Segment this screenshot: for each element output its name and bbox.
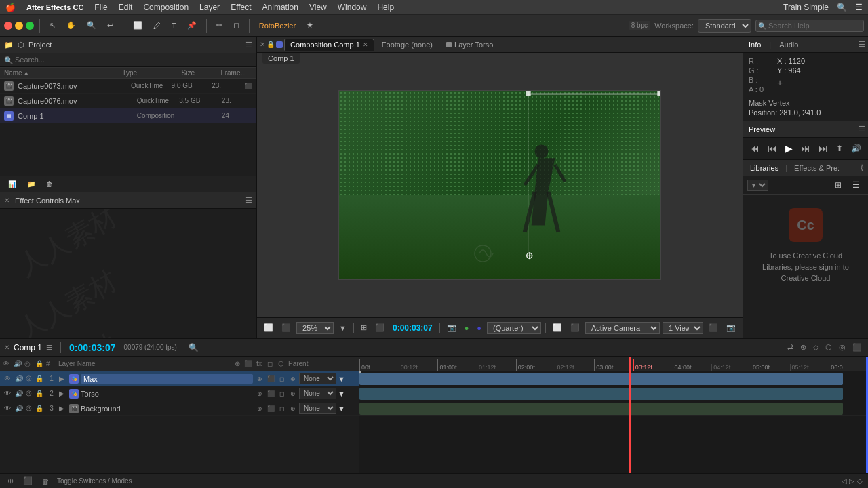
preview-audio[interactable]: 🔊 bbox=[848, 142, 864, 155]
menu-help[interactable]: Help bbox=[377, 3, 394, 12]
workspace-select[interactable]: Standard bbox=[698, 19, 751, 33]
tab-info[interactable]: Info bbox=[746, 39, 764, 50]
camera-icon[interactable]: 📷 bbox=[444, 322, 459, 333]
layer-expand-3[interactable]: ▶ bbox=[59, 405, 67, 412]
layer-switch-1b[interactable]: ⬛ bbox=[266, 374, 275, 384]
text-tool[interactable]: T bbox=[167, 20, 180, 31]
track-row-2[interactable] bbox=[359, 386, 868, 401]
puppet-tool[interactable]: 📌 bbox=[183, 20, 201, 31]
viewer-options-btn[interactable]: ⬛ bbox=[706, 322, 721, 333]
layer-expand-2[interactable]: ▶ bbox=[59, 390, 67, 397]
tl-render-btn[interactable]: ⬛ bbox=[850, 342, 864, 352]
menu-extras-icon[interactable]: ☰ bbox=[855, 3, 863, 12]
parent-select-2[interactable]: None bbox=[299, 388, 336, 399]
always-preview-btn[interactable]: ⬜ bbox=[261, 322, 276, 333]
tl-delete-btn[interactable]: 🗑 bbox=[40, 476, 52, 486]
layer-row[interactable]: 👁 🔊 ◎ 🔒 2 ▶ 🎭 Torso ⊕ ⬛ ◻ ⊕ bbox=[0, 386, 359, 401]
layer-vis-1[interactable]: 👁 bbox=[3, 374, 12, 384]
tl-new-layer-btn[interactable]: ⊕ bbox=[5, 476, 16, 486]
parent-select-3[interactable]: None bbox=[299, 403, 336, 414]
star-btn[interactable]: ★ bbox=[302, 20, 317, 31]
maximize-button[interactable] bbox=[26, 22, 34, 30]
effect-controls-close[interactable]: ✕ bbox=[4, 197, 9, 204]
playhead[interactable] bbox=[629, 357, 631, 473]
menu-effect[interactable]: Effect bbox=[231, 3, 251, 12]
preview-play[interactable]: ▶ bbox=[783, 142, 795, 155]
menu-view[interactable]: View bbox=[309, 3, 327, 12]
libraries-filter-select[interactable]: ▾ bbox=[747, 180, 768, 191]
roto-bezier-btn[interactable]: RotoBezier bbox=[255, 20, 300, 31]
grid-btn[interactable]: ⊞ bbox=[358, 322, 370, 333]
list-view-btn[interactable]: ☰ bbox=[848, 179, 864, 191]
layer-switch-3a[interactable]: ⊕ bbox=[255, 404, 264, 413]
expand-icon[interactable]: ⟫ bbox=[860, 163, 864, 172]
menu-file[interactable]: File bbox=[94, 3, 107, 12]
resolution-btn[interactable]: ⬛ bbox=[279, 322, 294, 333]
info-panel-menu[interactable]: ☰ bbox=[859, 40, 865, 49]
layer-audio-2[interactable]: 🔊 bbox=[14, 389, 24, 399]
tl-roto-btn[interactable]: ⊛ bbox=[798, 342, 808, 352]
tl-add-marker[interactable]: ◇ bbox=[811, 342, 821, 352]
search-icon[interactable]: 🔍 bbox=[837, 3, 847, 12]
layer-lock-1[interactable]: 🔒 bbox=[35, 374, 44, 384]
tab-composition-comp1[interactable]: Composition Comp 1 ✕ bbox=[284, 39, 374, 51]
layer-lock-2[interactable]: 🔒 bbox=[35, 389, 44, 399]
new-folder-btn[interactable]: 📁 bbox=[23, 179, 39, 189]
lock-icon[interactable]: 🔒 bbox=[267, 41, 275, 48]
list-item[interactable]: 🎬 Capture0073.mov QuickTime 9.0 GB 23. ⬛ bbox=[0, 79, 256, 94]
parent-arrow-3[interactable]: ▼ bbox=[338, 405, 345, 413]
layer-switch-3c[interactable]: ◻ bbox=[277, 404, 286, 413]
menu-window[interactable]: Window bbox=[338, 3, 367, 12]
layer-switch-1a[interactable]: ⊕ bbox=[255, 374, 264, 384]
track-row-1[interactable] bbox=[359, 371, 868, 386]
delete-btn[interactable]: 🗑 bbox=[42, 179, 57, 189]
toggle-label[interactable]: Toggle Switches / Modes bbox=[57, 477, 132, 485]
layer-switch-2b[interactable]: ⬛ bbox=[266, 389, 275, 399]
layer-solo-2[interactable]: ◎ bbox=[26, 389, 33, 399]
layer-switch-2c[interactable]: ◻ bbox=[277, 389, 286, 399]
layer-audio-1[interactable]: 🔊 bbox=[14, 374, 24, 384]
project-search-input[interactable] bbox=[0, 53, 256, 67]
toggle-mask-btn[interactable]: ⬛ bbox=[372, 322, 387, 333]
shape-tool[interactable]: 🖊 bbox=[149, 20, 165, 31]
layer-lock-3[interactable]: 🔒 bbox=[35, 404, 44, 413]
layer-vis-3[interactable]: 👁 bbox=[3, 404, 12, 413]
layer-row[interactable]: 👁 🔊 ◎ 🔒 1 ▶ 🎭 Max ⊕ ⬛ ◻ ⊕ bbox=[0, 371, 359, 386]
selection-tool[interactable]: ↖ bbox=[45, 20, 60, 31]
composition-viewer[interactable]: Comp 1 bbox=[257, 53, 743, 317]
track-row-3[interactable] bbox=[359, 401, 868, 416]
layer-expand-1[interactable]: ▶ bbox=[59, 375, 67, 382]
layer-switch-3b[interactable]: ⬛ bbox=[266, 404, 275, 413]
toggle-transparency[interactable]: ⬜ bbox=[550, 322, 565, 333]
timeline-close[interactable]: ✕ bbox=[4, 344, 9, 351]
paint-tool[interactable]: ✏ bbox=[212, 20, 226, 31]
preview-go-end[interactable]: ⏭ bbox=[816, 142, 831, 155]
eraser-tool[interactable]: ◻ bbox=[229, 20, 243, 31]
layer-row[interactable]: 👁 🔊 ◎ 🔒 3 ▶ 🎬 Background ⊕ ⬛ ◻ ⊕ bbox=[0, 401, 359, 416]
zoom-tool[interactable]: 🔍 bbox=[83, 20, 100, 31]
new-item-btn[interactable]: 📊 bbox=[4, 179, 20, 189]
tl-menu[interactable]: ☰ bbox=[46, 344, 52, 351]
interpolation-icon[interactable]: ◇ bbox=[857, 477, 863, 485]
tl-solo-btn[interactable]: ◎ bbox=[837, 342, 848, 352]
mask-tool[interactable]: ⬜ bbox=[129, 20, 146, 31]
viewer-close[interactable]: ✕ bbox=[260, 41, 265, 48]
tab-close-icon[interactable]: ✕ bbox=[363, 41, 368, 48]
menu-animation[interactable]: Animation bbox=[262, 3, 298, 12]
preview-step-fwd[interactable]: ⏭ bbox=[798, 142, 813, 155]
hand-tool[interactable]: ✋ bbox=[62, 20, 80, 31]
search-help-input[interactable] bbox=[755, 20, 864, 32]
layer-audio-3[interactable]: 🔊 bbox=[14, 404, 24, 413]
preview-go-start[interactable]: ⏮ bbox=[747, 142, 762, 155]
tl-switches-btn[interactable]: ⬡ bbox=[823, 342, 834, 352]
list-item[interactable]: 🎬 Capture0076.mov QuickTime 3.5 GB 23. bbox=[0, 94, 256, 108]
zoom-dropdown-btn[interactable]: ▼ bbox=[336, 323, 349, 333]
tab-preview[interactable]: Preview bbox=[746, 124, 778, 135]
layer-solo-1[interactable]: ◎ bbox=[26, 374, 33, 384]
camera-select[interactable]: Active Camera bbox=[585, 322, 660, 334]
minimize-button[interactable] bbox=[15, 22, 23, 30]
tl-enable-frame[interactable]: ⇄ bbox=[785, 342, 795, 352]
parent-select-1[interactable]: None bbox=[299, 373, 336, 384]
apple-menu[interactable]: 🍎 bbox=[5, 3, 16, 12]
parent-arrow-1[interactable]: ▼ bbox=[338, 375, 345, 383]
